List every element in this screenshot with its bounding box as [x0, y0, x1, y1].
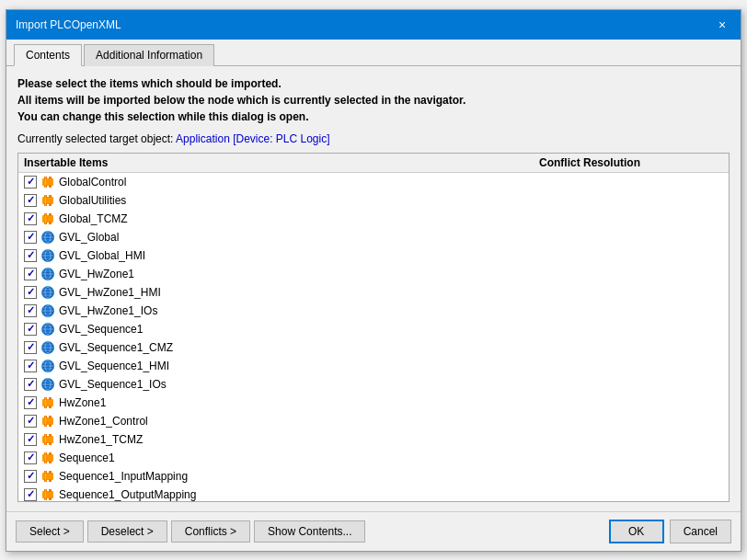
row-checkbox[interactable] [24, 360, 37, 372]
row-label: GlobalControl [59, 176, 723, 189]
table-row[interactable]: GVL_HwZone1_HMI [18, 283, 729, 302]
row-checkbox[interactable] [24, 378, 37, 391]
svg-rect-69 [42, 417, 53, 425]
struct-icon [40, 395, 55, 410]
svg-rect-79 [49, 442, 52, 445]
struct-icon [40, 193, 55, 208]
row-checkbox[interactable] [24, 194, 37, 207]
globe-icon [40, 377, 55, 392]
select-button[interactable]: Select > [16, 520, 84, 543]
footer-right-buttons: OK Cancel [609, 520, 731, 543]
svg-rect-87 [42, 473, 53, 480]
table-row[interactable]: GVL_Global_HMI [18, 246, 729, 265]
svg-rect-16 [49, 222, 52, 224]
table-row[interactable]: GVL_Sequence1_CMZ [18, 338, 729, 357]
table-row[interactable]: GlobalControl [18, 173, 729, 191]
struct-icon [40, 432, 55, 447]
struct-icon [40, 469, 55, 484]
table-body: GlobalControl GlobalUtilities Global_TCM… [18, 173, 729, 502]
table-row[interactable]: GVL_HwZone1 [18, 265, 729, 283]
svg-rect-6 [42, 197, 53, 204]
info-line2: All items will be imported below the nod… [17, 92, 730, 109]
tab-bar: Contents Additional Information [6, 40, 741, 66]
row-checkbox[interactable] [24, 249, 37, 262]
row-checkbox[interactable] [24, 212, 37, 225]
row-label: GVL_Sequence1_IOs [59, 378, 723, 391]
table-row[interactable]: HwZone1_TCMZ [18, 430, 729, 449]
row-checkbox[interactable] [24, 433, 37, 446]
row-checkbox[interactable] [24, 268, 37, 280]
row-label: GVL_Global_HMI [59, 249, 723, 262]
header-items: Insertable Items [24, 156, 539, 169]
row-label: Sequence1_InputMapping [59, 470, 723, 483]
row-checkbox[interactable] [24, 176, 37, 189]
deselect-button[interactable]: Deselect > [87, 520, 167, 543]
row-label: GVL_HwZone1_IOs [59, 304, 723, 317]
table-row[interactable]: GVL_Sequence1_HMI [18, 357, 729, 375]
row-checkbox[interactable] [24, 341, 37, 354]
table-row[interactable]: Sequence1_OutputMapping [18, 486, 729, 502]
svg-rect-0 [42, 178, 53, 186]
struct-icon [40, 414, 55, 429]
svg-rect-8 [49, 195, 52, 198]
target-line: Currently selected target object: Applic… [17, 132, 730, 145]
table-row[interactable]: Global_TCMZ [18, 210, 729, 228]
row-checkbox[interactable] [24, 286, 37, 299]
table-row[interactable]: HwZone1_Control [18, 412, 729, 430]
globe-icon [40, 322, 55, 337]
ok-button[interactable]: OK [609, 520, 664, 543]
row-checkbox[interactable] [24, 304, 37, 317]
row-checkbox[interactable] [24, 396, 37, 409]
table-row[interactable]: GVL_Sequence1 [18, 320, 729, 338]
struct-icon [40, 175, 55, 189]
import-dialog: Import PLCOpenXML × Contents Additional … [6, 9, 741, 552]
items-table[interactable]: Insertable Items Conflict Resolution Glo… [17, 153, 730, 502]
table-row[interactable]: Sequence1 [18, 449, 729, 467]
row-label: GVL_Sequence1 [59, 323, 723, 336]
row-checkbox[interactable] [24, 488, 37, 501]
footer-left-buttons: Select > Deselect > Conflicts > Show Con… [16, 520, 365, 543]
row-checkbox[interactable] [24, 470, 37, 483]
svg-rect-85 [49, 461, 52, 463]
target-label: Currently selected target object: [17, 132, 173, 145]
svg-rect-63 [42, 399, 53, 406]
table-row[interactable]: GVL_Sequence1_IOs [18, 375, 729, 394]
row-checkbox[interactable] [24, 231, 37, 244]
svg-rect-77 [49, 434, 52, 437]
show-contents-button[interactable]: Show Contents... [254, 520, 365, 543]
row-label: GVL_Sequence1_CMZ [59, 341, 723, 354]
tab-contents[interactable]: Contents [14, 44, 82, 66]
svg-rect-75 [42, 436, 53, 443]
table-row[interactable]: HwZone1 [18, 394, 729, 412]
globe-icon [40, 303, 55, 318]
row-label: Sequence1_OutputMapping [59, 488, 723, 501]
svg-rect-12 [42, 215, 53, 223]
globe-icon [40, 359, 55, 373]
title-bar: Import PLCOpenXML × [6, 10, 741, 40]
tab-additional-info[interactable]: Additional Information [84, 44, 214, 66]
info-line3: You can change this selection while this… [17, 109, 730, 125]
conflicts-button[interactable]: Conflicts > [171, 520, 250, 543]
struct-icon [40, 451, 55, 465]
table-row[interactable]: Sequence1_InputMapping [18, 467, 729, 486]
svg-rect-95 [49, 489, 52, 492]
row-label: Global_TCMZ [59, 212, 723, 225]
cancel-button[interactable]: Cancel [670, 520, 731, 543]
row-label: GVL_Global [59, 231, 723, 244]
row-checkbox[interactable] [24, 323, 37, 336]
svg-rect-10 [49, 203, 52, 206]
row-label: GVL_HwZone1 [59, 268, 723, 280]
svg-rect-91 [49, 479, 52, 482]
svg-rect-67 [49, 406, 52, 408]
row-checkbox[interactable] [24, 451, 37, 464]
table-row[interactable]: GlobalUtilities [18, 191, 729, 210]
table-row[interactable]: GVL_Global [18, 228, 729, 246]
table-row[interactable]: GVL_HwZone1_IOs [18, 302, 729, 320]
row-checkbox[interactable] [24, 415, 37, 428]
target-value[interactable]: Application [Device: PLC Logic] [176, 132, 329, 145]
main-content: Please select the items which should be … [6, 66, 741, 511]
dialog-title: Import PLCOpenXML [16, 18, 121, 31]
struct-icon [40, 211, 55, 226]
close-button[interactable]: × [713, 16, 731, 34]
row-label: GVL_Sequence1_HMI [59, 360, 723, 372]
